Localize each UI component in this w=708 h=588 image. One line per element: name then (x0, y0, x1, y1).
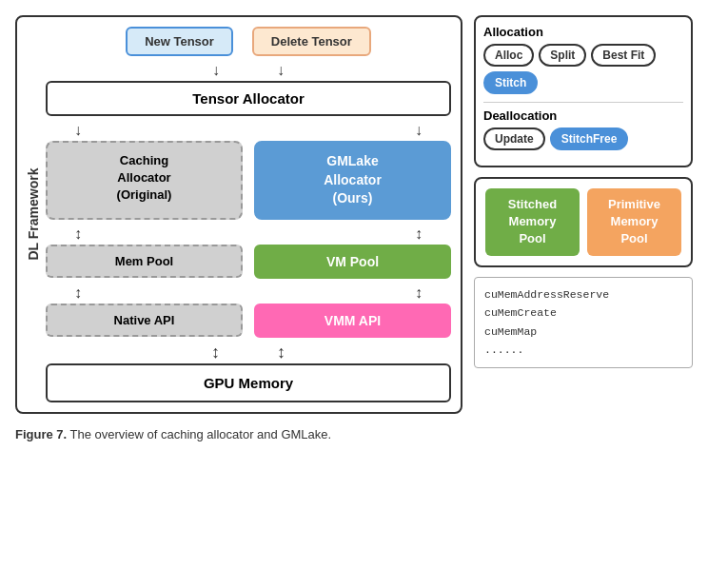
delete-tensor-button[interactable]: Delete Tensor (252, 27, 371, 56)
pill-stitch: Stitch (483, 71, 538, 94)
allocation-title: Allocation (483, 25, 683, 39)
code-line-3: cuMemMap (484, 323, 682, 342)
arrow-down-vmm: ↕ (415, 284, 423, 302)
memory-pools-box: StitchedMemoryPool PrimitiveMemoryPool (474, 177, 693, 267)
allocator-arrows: ↓ ↓ (46, 122, 451, 139)
diagram-left-panel: DL Framework New Tensor Delete Tensor ↓ … (15, 15, 462, 414)
pool-arrows: ↕ ↕ (46, 225, 451, 243)
pill-split: Split (539, 44, 586, 67)
arrow-down-right: ↓ (415, 122, 423, 139)
caching-allocator-box: Caching Allocator (Original) (46, 141, 243, 220)
arrow-down-native: ↕ (74, 284, 82, 302)
code-box: cuMemAddressReserve cuMemCreate cuMemMap… (474, 277, 693, 368)
mem-pool-box: Mem Pool (46, 245, 243, 278)
caption-bold: Figure 7. (15, 427, 67, 441)
pill-alloc: Alloc (483, 44, 534, 67)
arrow-down-2: ↓ (277, 62, 285, 79)
top-arrows: ↓ ↓ (46, 62, 451, 79)
api-arrows: ↕ ↕ (46, 284, 451, 302)
allocation-pills: Alloc Split Best Fit Stitch (483, 44, 683, 94)
pill-bestfit: Best Fit (591, 44, 656, 67)
arrow-down-vmpool: ↕ (415, 225, 423, 243)
deallocation-title: Deallocation (483, 108, 683, 123)
alloc-dealloc-divider (483, 102, 683, 103)
right-panel: Allocation Alloc Split Best Fit Stitch D… (474, 15, 693, 414)
dl-framework-label: DL Framework (26, 168, 41, 261)
arrow-down-gpu-r: ↕ (277, 343, 285, 361)
allocator-cols: Caching Allocator (Original) GMLakeAlloc… (46, 141, 451, 220)
code-line-4: ...... (484, 341, 682, 360)
alloc-dealloc-wrapper: Allocation Alloc Split Best Fit Stitch D… (474, 15, 693, 167)
gpu-arrows: ↕ ↕ (46, 343, 451, 361)
vm-pool-box: VM Pool (254, 245, 451, 279)
arrow-down-mempool: ↕ (74, 225, 82, 243)
allocation-section: Allocation Alloc Split Best Fit Stitch (483, 25, 683, 94)
top-buttons-row: New Tensor Delete Tensor (46, 27, 451, 56)
code-line-1: cuMemAddressReserve (484, 285, 682, 304)
api-row: Native API VMM API (46, 304, 451, 338)
caption-rest: The overview of caching allocator and GM… (67, 427, 331, 441)
pill-stitchfree: StitchFree (550, 127, 629, 150)
gpu-memory-box: GPU Memory (46, 363, 451, 402)
gmlake-allocator-box: GMLakeAllocator(Ours) (254, 141, 451, 220)
deallocation-pills: Update StitchFree (483, 127, 683, 150)
code-line-2: cuMemCreate (484, 304, 682, 323)
pill-update: Update (483, 127, 545, 150)
arrow-down-left: ↓ (74, 122, 82, 139)
vmm-api-box: VMM API (254, 304, 451, 338)
pool-row: Mem Pool VM Pool (46, 245, 451, 279)
deallocation-section: Deallocation Update StitchFree (483, 108, 683, 150)
new-tensor-button[interactable]: New Tensor (126, 27, 233, 56)
stitched-memory-pool: StitchedMemoryPool (485, 188, 580, 256)
tensor-allocator-box: Tensor Allocator (46, 81, 451, 116)
native-api-box: Native API (46, 304, 243, 337)
arrow-down-gpu-l: ↕ (211, 343, 220, 361)
arrow-down-1: ↓ (212, 62, 220, 79)
primitive-memory-pool: PrimitiveMemoryPool (587, 188, 681, 256)
figure-caption: Figure 7. The overview of caching alloca… (15, 425, 693, 444)
